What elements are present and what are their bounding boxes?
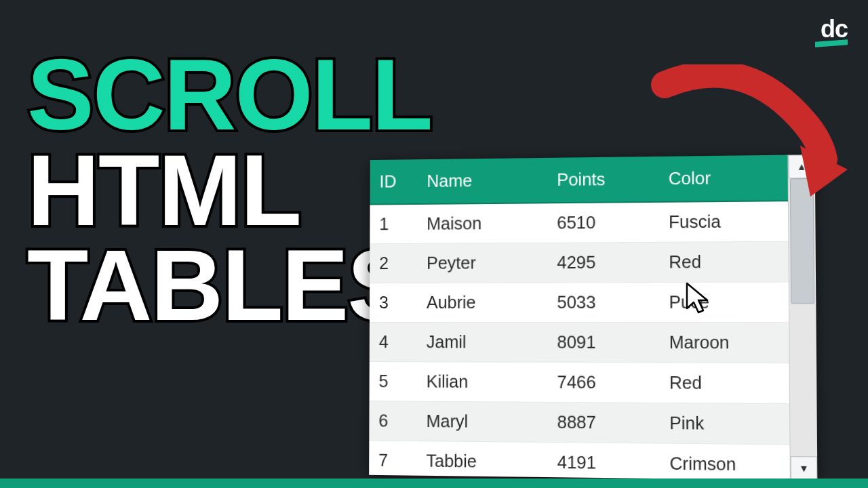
scrollbar[interactable]: ▲ ▼ [787, 155, 817, 481]
cell-points: 8887 [547, 402, 660, 443]
cell-color: Red [659, 363, 789, 404]
cell-points: 6510 [547, 202, 659, 243]
col-header-name: Name [417, 158, 547, 204]
table-row: 4Jamil8091Maroon [370, 322, 789, 363]
scroll-thumb[interactable] [790, 178, 814, 304]
table-row: 2Peyter4295Red [370, 241, 789, 283]
cell-points: 4295 [547, 242, 659, 283]
cell-id: 3 [370, 283, 417, 322]
cell-points: 8091 [547, 323, 659, 363]
cell-color: Puce [659, 282, 789, 323]
cell-name: Tabbie [416, 441, 547, 481]
cell-id: 2 [370, 243, 417, 283]
cell-points: 4191 [547, 442, 660, 480]
scroll-down-button[interactable]: ▼ [791, 456, 818, 481]
cell-color: Pink [660, 403, 790, 444]
cell-id: 4 [370, 322, 417, 361]
table-row: 7Tabbie4191Crimson [369, 441, 790, 480]
cell-id: 6 [369, 401, 416, 441]
table-header-row: ID Name Points Color [370, 155, 788, 205]
table-row: 5Kilian7466Red [370, 362, 790, 404]
table-row: 3Aubrie5033Puce [370, 282, 789, 323]
col-header-color: Color [658, 155, 788, 202]
cell-points: 5033 [547, 282, 659, 322]
cell-color: Maroon [659, 323, 789, 363]
cell-name: Maison [417, 203, 547, 243]
col-header-points: Points [547, 157, 659, 203]
data-table: ID Name Points Color 1Maison6510Fuscia2P… [369, 155, 790, 481]
col-header-id: ID [370, 159, 418, 204]
cell-name: Kilian [417, 362, 548, 403]
bottom-accent-bar [0, 479, 868, 488]
cell-id: 5 [370, 362, 417, 402]
cell-points: 7466 [547, 362, 659, 403]
cell-name: Maryl [416, 401, 547, 442]
table-row: 6Maryl8887Pink [369, 401, 789, 445]
cell-id: 7 [369, 441, 416, 480]
cell-name: Peyter [417, 243, 547, 283]
data-table-container: ID Name Points Color 1Maison6510Fuscia2P… [369, 155, 817, 481]
cell-name: Aubrie [417, 283, 547, 323]
cell-name: Jamil [417, 323, 547, 363]
scroll-track[interactable] [789, 178, 817, 456]
cell-id: 1 [370, 204, 417, 244]
cell-color: Fuscia [658, 201, 788, 242]
cell-color: Red [659, 241, 789, 282]
cell-color: Crimson [660, 443, 790, 480]
table-row: 1Maison6510Fuscia [370, 201, 788, 244]
headline-line-1: SCROLL [27, 47, 431, 143]
scroll-up-button[interactable]: ▲ [789, 155, 815, 178]
